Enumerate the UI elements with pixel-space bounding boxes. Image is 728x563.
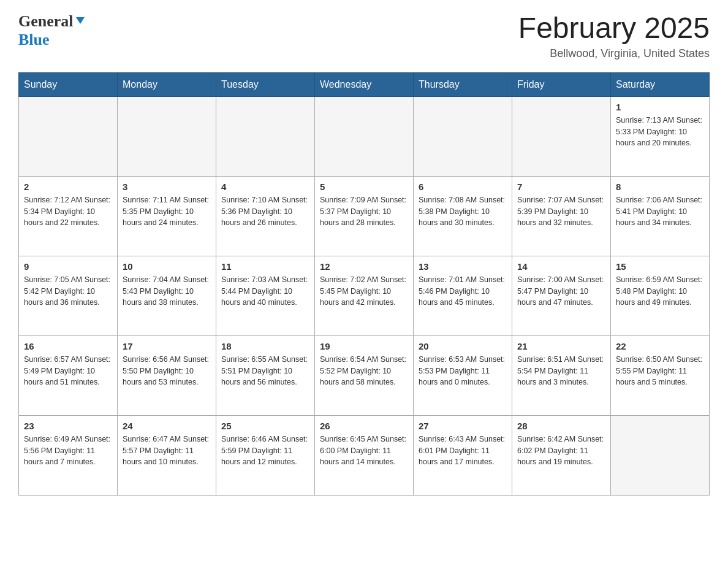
weekday-header-monday: Monday [118,72,216,96]
calendar-cell: 26Sunrise: 6:45 AM Sunset: 6:00 PM Dayli… [315,415,414,495]
day-number: 19 [320,341,408,351]
logo-general-text: General [18,12,74,31]
day-number: 20 [419,341,507,351]
day-number: 14 [517,261,605,272]
calendar-cell: 13Sunrise: 7:01 AM Sunset: 5:46 PM Dayli… [414,256,512,335]
day-info: Sunrise: 6:53 AM Sunset: 5:53 PM Dayligh… [419,354,507,388]
calendar-cell: 3Sunrise: 7:11 AM Sunset: 5:35 PM Daylig… [118,176,216,256]
logo-blue-text: Blue [18,31,50,49]
day-number: 24 [123,421,211,431]
day-info: Sunrise: 6:54 AM Sunset: 5:52 PM Dayligh… [320,354,408,388]
day-info: Sunrise: 6:59 AM Sunset: 5:48 PM Dayligh… [616,274,704,308]
calendar-cell [611,415,710,495]
day-number: 13 [419,261,507,272]
calendar-cell: 27Sunrise: 6:43 AM Sunset: 6:01 PM Dayli… [414,415,512,495]
day-number: 4 [221,182,309,192]
day-number: 23 [24,421,112,431]
day-info: Sunrise: 7:12 AM Sunset: 5:34 PM Dayligh… [24,194,112,229]
day-info: Sunrise: 7:05 AM Sunset: 5:42 PM Dayligh… [24,274,112,308]
calendar-cell: 1Sunrise: 7:13 AM Sunset: 5:33 PM Daylig… [611,96,710,176]
day-number: 16 [24,341,112,351]
calendar-table: SundayMondayTuesdayWednesdayThursdayFrid… [18,72,710,496]
calendar-cell: 16Sunrise: 6:57 AM Sunset: 5:49 PM Dayli… [19,335,118,415]
calendar-cell: 24Sunrise: 6:47 AM Sunset: 5:57 PM Dayli… [118,415,216,495]
day-info: Sunrise: 7:03 AM Sunset: 5:44 PM Dayligh… [221,274,309,308]
calendar-cell: 12Sunrise: 7:02 AM Sunset: 5:45 PM Dayli… [315,256,414,335]
calendar-cell: 25Sunrise: 6:46 AM Sunset: 5:59 PM Dayli… [216,415,315,495]
calendar-cell [315,96,414,176]
day-info: Sunrise: 6:47 AM Sunset: 5:57 PM Dayligh… [123,434,211,468]
day-info: Sunrise: 6:49 AM Sunset: 5:56 PM Dayligh… [24,434,112,468]
day-number: 9 [24,261,112,272]
calendar-week-4: 16Sunrise: 6:57 AM Sunset: 5:49 PM Dayli… [19,335,710,415]
weekday-header-sunday: Sunday [19,72,118,96]
day-number: 1 [616,102,704,112]
calendar-week-3: 9Sunrise: 7:05 AM Sunset: 5:42 PM Daylig… [19,256,710,335]
day-info: Sunrise: 7:09 AM Sunset: 5:37 PM Dayligh… [320,194,408,229]
calendar-cell: 15Sunrise: 6:59 AM Sunset: 5:48 PM Dayli… [611,256,710,335]
day-info: Sunrise: 6:45 AM Sunset: 6:00 PM Dayligh… [320,434,408,468]
day-info: Sunrise: 7:02 AM Sunset: 5:45 PM Dayligh… [320,274,408,308]
day-info: Sunrise: 7:04 AM Sunset: 5:43 PM Dayligh… [123,274,211,308]
day-number: 15 [616,261,704,272]
weekday-header-row: SundayMondayTuesdayWednesdayThursdayFrid… [19,72,710,96]
title-area: February 2025 Bellwood, Virginia, United… [518,12,710,60]
calendar-cell: 17Sunrise: 6:56 AM Sunset: 5:50 PM Dayli… [118,335,216,415]
day-number: 7 [517,182,605,192]
day-number: 6 [419,182,507,192]
day-number: 5 [320,182,408,192]
calendar-cell: 23Sunrise: 6:49 AM Sunset: 5:56 PM Dayli… [19,415,118,495]
day-number: 27 [419,421,507,431]
day-number: 8 [616,182,704,192]
day-info: Sunrise: 7:00 AM Sunset: 5:47 PM Dayligh… [517,274,605,308]
calendar-cell: 7Sunrise: 7:07 AM Sunset: 5:39 PM Daylig… [512,176,611,256]
day-info: Sunrise: 6:56 AM Sunset: 5:50 PM Dayligh… [123,354,211,388]
calendar-cell: 4Sunrise: 7:10 AM Sunset: 5:36 PM Daylig… [216,176,315,256]
calendar-cell: 5Sunrise: 7:09 AM Sunset: 5:37 PM Daylig… [315,176,414,256]
calendar-cell [414,96,512,176]
calendar-cell: 2Sunrise: 7:12 AM Sunset: 5:34 PM Daylig… [19,176,118,256]
logo-arrow-icon [75,15,86,28]
calendar-cell: 10Sunrise: 7:04 AM Sunset: 5:43 PM Dayli… [118,256,216,335]
day-info: Sunrise: 7:06 AM Sunset: 5:41 PM Dayligh… [616,194,704,229]
weekday-header-saturday: Saturday [611,72,710,96]
day-info: Sunrise: 7:13 AM Sunset: 5:33 PM Dayligh… [616,115,704,149]
svg-marker-0 [76,17,85,24]
calendar-cell: 21Sunrise: 6:51 AM Sunset: 5:54 PM Dayli… [512,335,611,415]
day-number: 22 [616,341,704,351]
day-info: Sunrise: 7:10 AM Sunset: 5:36 PM Dayligh… [221,194,309,229]
calendar-cell: 14Sunrise: 7:00 AM Sunset: 5:47 PM Dayli… [512,256,611,335]
calendar-cell: 19Sunrise: 6:54 AM Sunset: 5:52 PM Dayli… [315,335,414,415]
logo: General Blue [18,12,86,49]
calendar-cell: 8Sunrise: 7:06 AM Sunset: 5:41 PM Daylig… [611,176,710,256]
calendar-cell: 9Sunrise: 7:05 AM Sunset: 5:42 PM Daylig… [19,256,118,335]
month-title: February 2025 [518,12,710,45]
day-info: Sunrise: 6:51 AM Sunset: 5:54 PM Dayligh… [517,354,605,388]
day-info: Sunrise: 6:42 AM Sunset: 6:02 PM Dayligh… [517,434,605,468]
weekday-header-thursday: Thursday [414,72,512,96]
calendar-cell: 6Sunrise: 7:08 AM Sunset: 5:38 PM Daylig… [414,176,512,256]
day-info: Sunrise: 7:01 AM Sunset: 5:46 PM Dayligh… [419,274,507,308]
day-number: 21 [517,341,605,351]
day-info: Sunrise: 6:57 AM Sunset: 5:49 PM Dayligh… [24,354,112,388]
calendar-cell: 18Sunrise: 6:55 AM Sunset: 5:51 PM Dayli… [216,335,315,415]
calendar-cell [216,96,315,176]
calendar-cell [19,96,118,176]
weekday-header-wednesday: Wednesday [315,72,414,96]
day-number: 11 [221,261,309,272]
calendar-cell: 20Sunrise: 6:53 AM Sunset: 5:53 PM Dayli… [414,335,512,415]
weekday-header-friday: Friday [512,72,611,96]
day-info: Sunrise: 6:55 AM Sunset: 5:51 PM Dayligh… [221,354,309,388]
weekday-header-tuesday: Tuesday [216,72,315,96]
day-info: Sunrise: 6:43 AM Sunset: 6:01 PM Dayligh… [419,434,507,468]
calendar-cell: 22Sunrise: 6:50 AM Sunset: 5:55 PM Dayli… [611,335,710,415]
day-info: Sunrise: 7:11 AM Sunset: 5:35 PM Dayligh… [123,194,211,229]
day-info: Sunrise: 6:46 AM Sunset: 5:59 PM Dayligh… [221,434,309,468]
day-number: 10 [123,261,211,272]
calendar-cell: 11Sunrise: 7:03 AM Sunset: 5:44 PM Dayli… [216,256,315,335]
calendar-cell: 28Sunrise: 6:42 AM Sunset: 6:02 PM Dayli… [512,415,611,495]
day-number: 2 [24,182,112,192]
calendar-week-1: 1Sunrise: 7:13 AM Sunset: 5:33 PM Daylig… [19,96,710,176]
day-number: 12 [320,261,408,272]
calendar-week-5: 23Sunrise: 6:49 AM Sunset: 5:56 PM Dayli… [19,415,710,495]
